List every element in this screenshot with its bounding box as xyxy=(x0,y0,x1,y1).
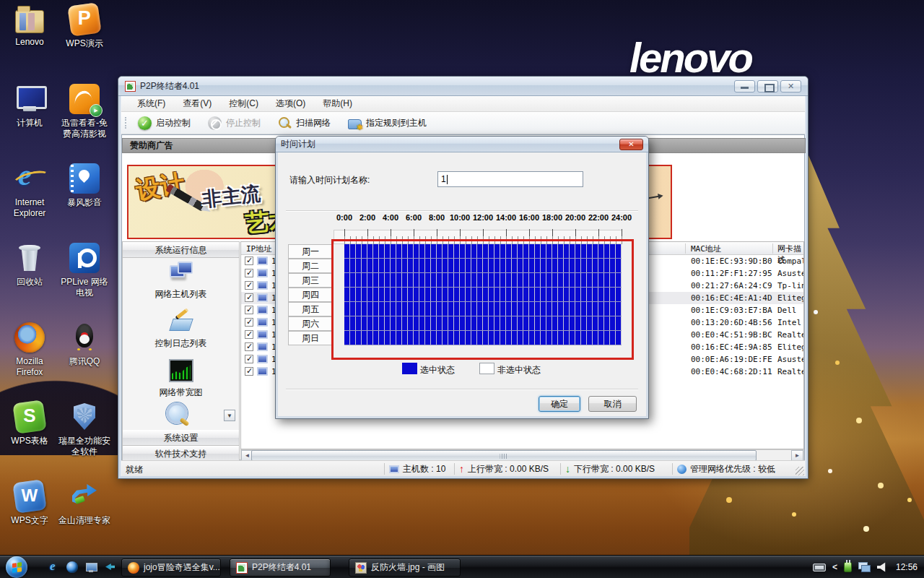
sidebar-item-bandwidth-chart[interactable]: 网络带宽图 xyxy=(123,350,239,399)
desktop-icon-xunlei-kankan[interactable]: 迅雷看看-免费高清影视 xyxy=(58,84,111,139)
nic-cell: Elitegro xyxy=(777,293,804,303)
sidebar-dropdown-button[interactable]: ▼ xyxy=(224,410,235,421)
control-log-icon xyxy=(169,310,193,333)
window-title-bar[interactable]: P2P终结者4.01 xyxy=(118,77,808,96)
toolbar-label: 启动控制 xyxy=(156,117,191,129)
sidebar-section-system-info[interactable]: 系统运行信息 xyxy=(123,242,239,258)
nic-cell: Asustek xyxy=(777,269,804,278)
plan-name-value: 1 xyxy=(441,174,446,184)
task-label: 反防火墙.jpg - 画图 xyxy=(371,561,445,574)
menu-item-4[interactable]: 帮助(H) xyxy=(315,95,359,112)
download-label: 下行带宽 : 0.00 KB/S xyxy=(574,463,655,475)
toolbar-scan-network[interactable]: 扫描网络 xyxy=(271,114,337,132)
sidebar-section-support[interactable]: 软件技术支持 xyxy=(123,446,239,462)
plan-name-label: 请输入时间计划名称: xyxy=(289,174,370,186)
time-tick-label: 10:00 xyxy=(450,213,470,222)
status-divider xyxy=(454,463,455,475)
tray-collapse-chevron-icon[interactable]: < xyxy=(832,563,837,571)
internet-explorer-icon[interactable] xyxy=(48,561,61,574)
toolbar: 启动控制停止控制扫描网络指定规则到主机 xyxy=(121,112,805,134)
menu-item-3[interactable]: 选项(O) xyxy=(269,95,313,112)
desktop-icon-folder[interactable]: Lenovo xyxy=(3,4,56,48)
desktop-icon-firefox[interactable]: Mozilla Firefox xyxy=(3,322,56,378)
column-header-mac[interactable]: MAC地址 xyxy=(691,243,721,254)
status-divider xyxy=(384,463,385,475)
column-divider[interactable] xyxy=(772,243,773,254)
caption-buttons xyxy=(734,80,801,92)
nic-cell: Elitegro xyxy=(777,342,804,352)
start-button[interactable] xyxy=(6,556,27,578)
desktop-icon-internet-explorer[interactable]: Internet Explorer xyxy=(3,163,56,219)
taskbar-clock[interactable]: 12:56 xyxy=(896,562,918,572)
dialog-title-bar[interactable]: 时间计划 ✕ xyxy=(276,137,648,152)
desktop-icon-baofeng-player[interactable]: 暴风影音 xyxy=(58,163,111,208)
toolbar-stop-control[interactable]: 停止控制 xyxy=(201,114,267,132)
taskbar: jojo冒险奇遇全集v...P2P终结者4.01反防火墙.jpg - 画图 < … xyxy=(0,555,924,578)
taskbar-task-p2p-terminator[interactable]: P2P终结者4.01 xyxy=(230,558,331,577)
desktop-icon-kingsoft-cleaner[interactable]: 金山清理专家 xyxy=(58,481,111,526)
keyboard-tray-icon[interactable] xyxy=(813,564,826,571)
sidebar-items: 网络主机列表控制日志列表网络带宽图 xyxy=(123,259,239,399)
menu-item-0[interactable]: 系统(F) xyxy=(130,95,173,112)
time-tick-label: 20:00 xyxy=(565,213,585,222)
minimize-button[interactable] xyxy=(734,80,755,92)
sidebar-item-network-hosts[interactable]: 网络主机列表 xyxy=(123,259,239,301)
scan-network-icon xyxy=(278,116,292,130)
stop-control-icon xyxy=(208,116,222,130)
menu-bar: 系统(F)查看(V)控制(C)选项(O)帮助(H) xyxy=(121,96,805,112)
toolbar-start-control[interactable]: 启动控制 xyxy=(131,114,197,132)
desktop-icon-tencent-qq[interactable]: 腾讯QQ xyxy=(58,322,111,367)
launch-arrow-icon[interactable] xyxy=(104,561,117,574)
nic-cell: Asustek xyxy=(777,355,804,364)
desktop-icon-pplive-tv[interactable]: PPLive 网络电视 xyxy=(58,243,111,298)
cancel-button[interactable]: 取消 xyxy=(588,396,637,412)
desktop-globe-icon[interactable] xyxy=(66,561,78,573)
rising-antivirus-icon xyxy=(69,402,100,432)
power-tray-icon[interactable] xyxy=(844,562,852,572)
close-button[interactable] xyxy=(780,80,801,92)
day-label: 周二 xyxy=(288,259,333,273)
status-ready: 就绪 xyxy=(126,464,143,476)
magnifier-icon[interactable] xyxy=(165,402,189,428)
scroll-right-button[interactable]: ► xyxy=(791,450,803,461)
volume-tray-icon[interactable] xyxy=(877,562,888,572)
desktop-icon-recycle-bin[interactable]: 回收站 xyxy=(3,243,56,288)
desktop: lenovo LenovoWPS演示计算机迅雷看看-免费高清影视Internet… xyxy=(0,0,924,578)
paint-icon xyxy=(355,562,367,574)
column-header-ip[interactable]: IP地址 xyxy=(246,243,271,254)
text-caret xyxy=(447,175,448,184)
network-hosts-icon xyxy=(169,261,193,284)
restore-button[interactable] xyxy=(757,80,778,92)
firefox-icon xyxy=(14,322,45,353)
menu-item-2[interactable]: 控制(C) xyxy=(222,95,266,112)
mac-cell: 00:E0:4C:68:2D:11 xyxy=(691,367,772,376)
wps-writer-icon xyxy=(12,479,46,513)
sidebar-item-control-log[interactable]: 控制日志列表 xyxy=(123,301,239,350)
desktop-icon-wps-writer[interactable]: WPS文字 xyxy=(3,481,56,526)
taskbar-task-paint[interactable]: 反防火墙.jpg - 画图 xyxy=(349,558,461,577)
desktop-icon-wps-presentation[interactable]: WPS演示 xyxy=(58,4,111,49)
desktop-icon-label: PPLive 网络电视 xyxy=(58,277,111,298)
desktop-icon-wps-spreadsheet[interactable]: WPS表格 xyxy=(3,402,56,447)
resize-grip[interactable] xyxy=(796,467,804,475)
tencent-qq-icon xyxy=(69,322,100,353)
upload-label: 上行带宽 : 0.00 KB/S xyxy=(468,463,549,475)
nic-cell: Intel C xyxy=(777,318,804,327)
ok-button[interactable]: 确定 xyxy=(539,396,580,412)
legend-unselected-swatch xyxy=(479,363,494,374)
show-desktop-icon[interactable] xyxy=(85,561,98,574)
ad-text-1: 设计 xyxy=(134,167,187,207)
desktop-icon-computer[interactable]: 计算机 xyxy=(3,84,56,129)
plan-name-input[interactable]: 1 xyxy=(437,171,583,187)
upload-arrow-icon: ↑ xyxy=(459,464,464,474)
toolbar-assign-rule[interactable]: 指定规则到主机 xyxy=(341,114,433,132)
desktop-icon-rising-antivirus[interactable]: 瑞星全功能安全软件 xyxy=(58,402,111,457)
column-divider[interactable] xyxy=(685,243,686,254)
scrollbar-thumb[interactable] xyxy=(251,450,757,461)
network-tray-icon[interactable] xyxy=(858,562,871,572)
dialog-close-button[interactable]: ✕ xyxy=(619,139,643,150)
sidebar-section-settings[interactable]: 系统设置 xyxy=(123,430,239,446)
task-label: jojo冒险奇遇全集v... xyxy=(144,561,220,574)
menu-item-1[interactable]: 查看(V) xyxy=(175,95,219,112)
taskbar-task-firefox[interactable]: jojo冒险奇遇全集v... xyxy=(121,558,221,577)
